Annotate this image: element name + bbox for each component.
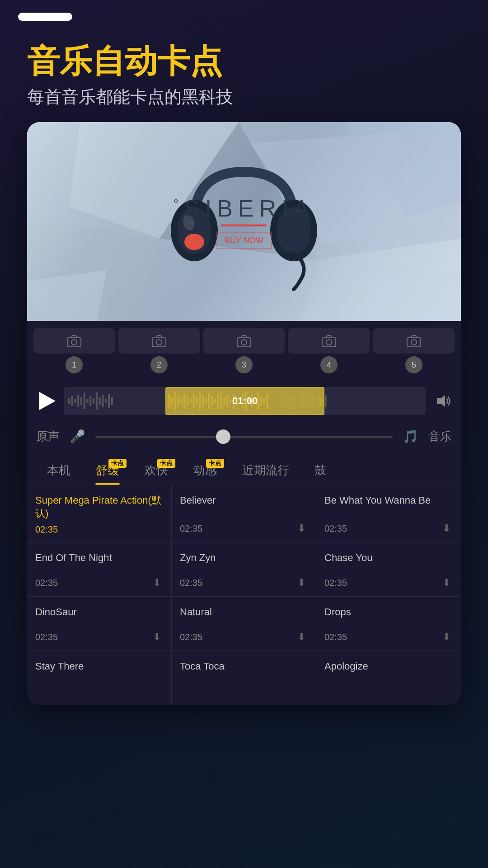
song-duration-5: 02:35 <box>180 578 202 588</box>
thumb-item-5[interactable]: 5 <box>373 328 455 373</box>
brand-underline <box>221 225 267 226</box>
svg-rect-88 <box>325 395 327 407</box>
song-cell-3[interactable]: Be What You Wanna Be 02:35 ⬇ <box>316 485 461 542</box>
thumb-num-2: 2 <box>150 356 168 373</box>
download-icon-9[interactable]: ⬇ <box>440 631 453 643</box>
svg-rect-37 <box>102 395 103 407</box>
song-meta-9: 02:35 ⬇ <box>324 631 453 643</box>
note-icon: 🎵 <box>403 429 418 444</box>
tab-drum[interactable]: 鼓 <box>302 458 339 485</box>
waveform-selection[interactable]: 01:00 <box>165 387 324 415</box>
svg-point-19 <box>156 340 162 345</box>
thumb-item-1[interactable]: 1 <box>33 328 115 373</box>
voice-music-row: 原声 🎤 🎵 音乐 <box>27 421 461 452</box>
thumb-num-4: 4 <box>320 356 338 373</box>
tab-badge-happy: 卡点 <box>157 459 175 468</box>
song-meta-7: 02:35 ⬇ <box>35 631 163 643</box>
song-meta-4: 02:35 ⬇ <box>35 576 163 589</box>
song-meta-8: 02:35 ⬇ <box>180 631 308 643</box>
waveform-container[interactable]: 01:00 <box>64 387 426 415</box>
svg-rect-30 <box>80 397 82 405</box>
svg-marker-89 <box>437 395 445 407</box>
thumb-num-1: 1 <box>66 356 83 373</box>
song-name-1: Super Mega Pirate Action(默认) <box>35 494 163 520</box>
svg-rect-26 <box>68 398 70 404</box>
song-name-6: Chase You <box>324 552 453 572</box>
song-name-9: Drops <box>324 606 453 626</box>
song-name-4: End Of The Night <box>35 552 163 572</box>
status-pill <box>18 13 72 21</box>
download-icon-2[interactable]: ⬇ <box>295 522 308 535</box>
main-card: °SIBERIA BUY NOW 1 <box>27 122 461 705</box>
song-cell-5[interactable]: Zyn Zyn 02:35 ⬇ <box>172 542 316 597</box>
svg-rect-31 <box>84 393 85 409</box>
svg-rect-38 <box>105 399 107 403</box>
tab-recent[interactable]: 近期流行 <box>230 458 302 485</box>
thumb-item-3[interactable]: 3 <box>203 328 285 373</box>
song-cell-4[interactable]: End Of The Night 02:35 ⬇ <box>27 542 172 597</box>
song-duration-8: 02:35 <box>180 632 202 642</box>
brand-overlay: °SIBERIA BUY NOW <box>174 195 314 249</box>
tab-happy[interactable]: 欢快 卡点 <box>132 458 181 485</box>
tab-dynamic[interactable]: 动感 卡点 <box>181 458 230 485</box>
play-icon <box>39 392 56 410</box>
download-icon-4[interactable]: ⬇ <box>150 576 163 589</box>
thumb-item-4[interactable]: 4 <box>288 328 370 373</box>
tab-gentle[interactable]: 舒缓 卡点 <box>83 458 132 485</box>
header-section: 音乐自动卡点 每首音乐都能卡点的黑科技 <box>0 25 488 122</box>
tabs-row: 本机 舒缓 卡点 欢快 卡点 动感 卡点 近期流行 鼓 <box>27 452 461 485</box>
song-duration-1: 02:35 <box>35 524 58 535</box>
status-bar <box>0 0 488 25</box>
svg-rect-32 <box>86 399 88 403</box>
time-display: 01:00 <box>232 395 258 407</box>
svg-rect-27 <box>71 396 73 406</box>
song-meta-1: 02:35 <box>35 524 163 535</box>
slider-thumb[interactable] <box>216 429 230 444</box>
svg-rect-29 <box>77 395 79 407</box>
volume-button[interactable] <box>432 390 454 412</box>
buy-now-button[interactable]: BUY NOW <box>216 233 272 249</box>
song-cell-7[interactable]: DinoSaur 02:35 ⬇ <box>27 597 172 651</box>
song-duration-4: 02:35 <box>35 578 58 588</box>
download-icon-5[interactable]: ⬇ <box>295 576 308 589</box>
svg-rect-28 <box>74 399 76 403</box>
svg-point-17 <box>71 340 77 345</box>
song-cell-12[interactable]: Apologize <box>316 651 461 705</box>
svg-rect-36 <box>99 397 101 405</box>
song-duration-7: 02:35 <box>35 632 58 642</box>
thumb-num-3: 3 <box>235 356 253 373</box>
download-icon-6[interactable]: ⬇ <box>440 576 453 589</box>
song-cell-1[interactable]: Super Mega Pirate Action(默认) 02:35 <box>27 485 172 542</box>
song-cell-6[interactable]: Chase You 02:35 ⬇ <box>316 542 461 597</box>
music-label: 音乐 <box>428 429 452 444</box>
brand-name: °SIBERIA <box>174 195 314 222</box>
song-name-2: Believer <box>180 494 308 518</box>
sub-title: 每首音乐都能卡点的黑科技 <box>27 85 461 108</box>
svg-point-25 <box>411 340 417 345</box>
download-icon-8[interactable]: ⬇ <box>295 631 308 643</box>
main-title: 音乐自动卡点 <box>27 43 461 79</box>
svg-point-21 <box>241 340 247 345</box>
thumbnails-row: 1 2 3 <box>27 321 461 381</box>
hero-image: °SIBERIA BUY NOW <box>27 122 461 321</box>
song-cell-2[interactable]: Believer 02:35 ⬇ <box>172 485 316 542</box>
song-duration-6: 02:35 <box>324 578 347 588</box>
song-name-11: Toca Toca <box>180 660 308 693</box>
thumb-item-2[interactable]: 2 <box>118 328 200 373</box>
tab-badge-dynamic: 卡点 <box>206 459 224 468</box>
svg-rect-33 <box>89 396 91 406</box>
song-name-10: Stay There <box>35 660 163 693</box>
play-button[interactable] <box>34 389 58 413</box>
song-name-3: Be What You Wanna Be <box>324 494 453 518</box>
download-icon-7[interactable]: ⬇ <box>150 631 163 643</box>
download-icon-3[interactable]: ⬇ <box>440 522 453 535</box>
song-cell-8[interactable]: Natural 02:35 ⬇ <box>172 597 316 651</box>
song-name-8: Natural <box>180 606 308 626</box>
svg-point-23 <box>326 340 332 345</box>
song-cell-11[interactable]: Toca Toca <box>172 651 316 705</box>
song-cell-10[interactable]: Stay There <box>27 651 172 705</box>
song-cell-9[interactable]: Drops 02:35 ⬇ <box>316 597 461 651</box>
voice-music-slider[interactable] <box>95 436 393 438</box>
svg-rect-40 <box>111 397 113 405</box>
tab-local[interactable]: 本机 <box>34 458 83 485</box>
